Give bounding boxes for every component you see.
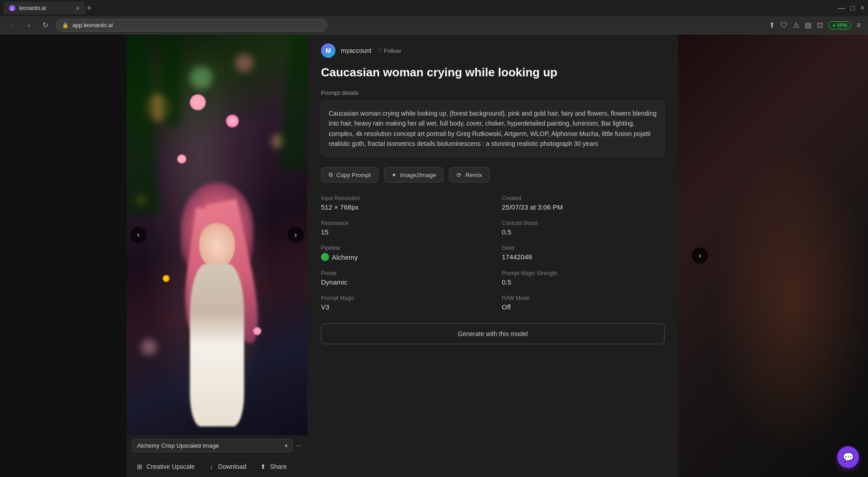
image-type-dropdown[interactable]: Alchemy Crisp Upscaled Image ▾ — [132, 439, 292, 452]
active-tab[interactable]: L leonardo.ai × — [4, 2, 85, 14]
left-panel — [0, 34, 127, 477]
contrast-boost-value: 0.5 — [502, 228, 665, 236]
tab-bar: L leonardo.ai × + — □ × — [0, 0, 868, 16]
prompt-magic-item: Prompt Magic V3 — [321, 295, 484, 311]
lock-icon: 🔒 — [62, 22, 69, 28]
image2image-icon: ✦ — [392, 172, 396, 178]
far-right-panel: › — [678, 34, 868, 477]
pipeline-value: 🌿 Alchemy — [321, 253, 484, 261]
sidebar-toggle[interactable]: ▤ — [805, 21, 811, 29]
image2image-label: Image2Image — [400, 172, 436, 178]
bookmark-manager-icon[interactable]: ⊡ — [817, 21, 823, 29]
raw-mode-item: RAW Mode Off — [502, 295, 665, 311]
next-image-button[interactable]: › — [692, 248, 708, 264]
next-arrow-icon: › — [698, 252, 701, 260]
tab-bar-controls: — □ × — [838, 4, 864, 12]
copy-prompt-label: Copy Prompt — [336, 172, 371, 178]
download-button[interactable]: ↓ Download — [204, 461, 250, 472]
dropdown-chevron-icon: ▾ — [285, 443, 288, 449]
avatar-initial: M — [326, 47, 331, 54]
resonance-value: 15 — [321, 228, 484, 236]
vpn-badge[interactable]: ● VPN — [828, 21, 851, 29]
new-tab-button[interactable]: + — [87, 4, 92, 13]
created-label: Created — [502, 195, 665, 201]
forward-button[interactable]: › — [24, 20, 34, 31]
alert-icon[interactable]: ⚠ — [793, 21, 799, 29]
image-next-button[interactable]: › — [288, 227, 304, 243]
seed-label: Seed — [502, 245, 665, 251]
resonance-label: Resonance — [321, 220, 484, 226]
creative-upscale-button[interactable]: ⊞ Creative Upscale — [132, 461, 198, 472]
prompt-magic-value: V3 — [321, 303, 484, 311]
copy-prompt-icon: ⧉ — [329, 171, 333, 178]
main-content: ‹ › Alchemy Crisp Upscaled Image ▾ ··· ⊞… — [0, 34, 868, 477]
generate-with-model-button[interactable]: Generate with this model — [321, 323, 665, 344]
follow-label: ♡ Follow — [377, 47, 401, 54]
follow-button[interactable]: ♡ Follow — [377, 47, 401, 54]
seed-item: Seed 17442048 — [502, 245, 665, 261]
shield-icon[interactable]: 🛡 — [780, 21, 788, 29]
contrast-boost-item: Contrast Boost 0.5 — [502, 220, 665, 236]
raw-mode-label: RAW Mode — [502, 295, 665, 301]
image2image-button[interactable]: ✦ Image2Image — [384, 167, 444, 182]
chevron-right-icon: › — [294, 231, 297, 239]
remix-button[interactable]: ⟳ Remix — [449, 167, 490, 182]
back-button[interactable]: ‹ — [7, 20, 18, 31]
close-window-button[interactable]: × — [860, 4, 864, 12]
created-item: Created 25/07/23 at 3:06 PM — [502, 195, 665, 211]
reload-button[interactable]: ↻ — [40, 20, 51, 31]
right-panel: M myaccount ♡ Follow Caucasian woman cry… — [307, 34, 678, 477]
tab-favicon: L — [9, 5, 15, 11]
tab-close-button[interactable]: × — [76, 5, 80, 12]
prompt-magic-strength-item: Prompt Magic Strength 0.5 — [502, 270, 665, 286]
avatar: M — [321, 43, 335, 58]
more-options-button[interactable]: ··· — [296, 442, 302, 450]
prompt-magic-strength-label: Prompt Magic Strength — [502, 270, 665, 276]
share-nav-icon[interactable]: ⬆ — [769, 21, 775, 29]
body-shape — [190, 264, 244, 426]
chat-icon: 💬 — [843, 452, 854, 463]
maximize-button[interactable]: □ — [850, 4, 855, 12]
generate-btn-label: Generate with this model — [458, 330, 528, 337]
minimize-button[interactable]: — — [838, 4, 845, 12]
pipeline-item: Pipeline 🌿 Alchemy — [321, 245, 484, 261]
address-bar[interactable]: 🔒 app.leonardo.ai — [56, 19, 327, 32]
chevron-left-icon: ‹ — [137, 231, 139, 239]
alchemy-icon: 🌿 — [321, 253, 329, 261]
download-label: Download — [218, 463, 246, 470]
action-buttons: ⧉ Copy Prompt ✦ Image2Image ⟳ Remix — [321, 167, 665, 182]
image-area: ‹ › Alchemy Crisp Upscaled Image ▾ ··· ⊞… — [127, 34, 307, 477]
image-prev-button[interactable]: ‹ — [130, 227, 146, 243]
nav-bar: ‹ › ↻ 🔒 app.leonardo.ai ⬆ 🛡 ⚠ ▤ ⊡ ● VPN … — [0, 16, 868, 34]
character — [167, 173, 267, 435]
preset-value: Dynamic — [321, 278, 484, 286]
user-header: M myaccount ♡ Follow — [321, 43, 665, 58]
menu-button[interactable]: ≡ — [857, 21, 861, 29]
nav-right-controls: ⬆ 🛡 ⚠ ▤ ⊡ ● VPN ≡ — [769, 21, 861, 29]
creative-upscale-icon: ⊞ — [136, 463, 144, 471]
pipeline-label: Pipeline — [321, 245, 484, 251]
input-resolution-item: Input Resolution 512 × 768px — [321, 195, 484, 211]
share-label: Share — [270, 463, 287, 470]
raw-mode-value: Off — [502, 303, 665, 311]
creative-upscale-label: Creative Upscale — [146, 463, 195, 470]
image-container: ‹ › — [127, 34, 307, 435]
url-text: app.leonardo.ai — [72, 22, 113, 28]
input-resolution-label: Input Resolution — [321, 195, 484, 201]
pipeline-value-text: Alchemy — [332, 253, 358, 261]
chat-widget-button[interactable]: 💬 — [837, 446, 859, 468]
preset-label: Preset — [321, 270, 484, 276]
prompt-section: Prompt details Caucasian woman crying wh… — [321, 89, 665, 157]
image-type-label: Alchemy Crisp Upscaled Image — [137, 442, 219, 449]
share-button[interactable]: ⬆ Share — [255, 461, 290, 472]
download-icon: ↓ — [208, 463, 216, 471]
share-icon: ⬆ — [259, 463, 267, 471]
copy-prompt-button[interactable]: ⧉ Copy Prompt — [321, 167, 378, 182]
seed-value: 17442048 — [502, 253, 665, 261]
username[interactable]: myaccount — [341, 47, 372, 54]
remix-label: Remix — [465, 172, 482, 178]
generated-image — [127, 34, 307, 435]
metadata-grid: Input Resolution 512 × 768px Created 25/… — [321, 195, 665, 311]
prompt-section-label: Prompt details — [321, 89, 665, 96]
image-actions: ⊞ Creative Upscale ↓ Download ⬆ Share — [127, 456, 307, 477]
